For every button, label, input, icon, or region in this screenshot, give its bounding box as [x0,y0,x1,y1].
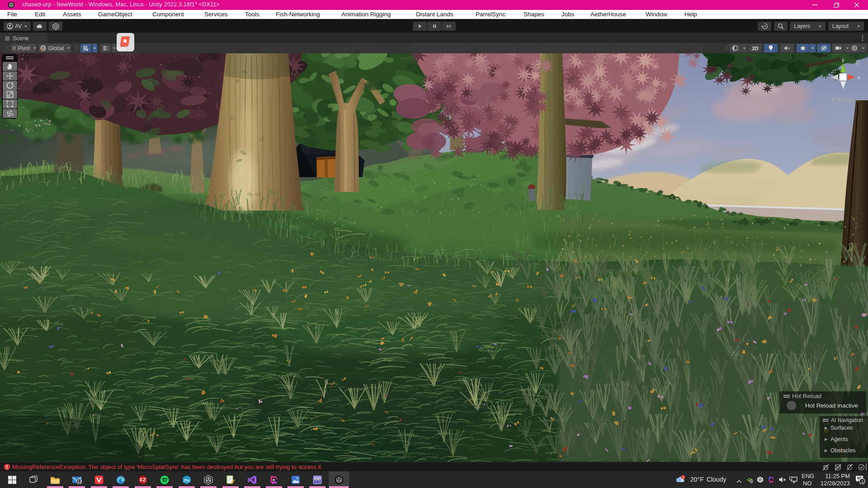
svg-text:1: 1 [683,475,685,479]
svg-text:FZ: FZ [140,477,146,483]
svg-text:Y: Y [86,48,89,52]
svg-text:13: 13 [77,479,81,483]
svg-text:Dv: Dv [184,478,189,482]
svg-text:R: R [273,478,275,482]
svg-text:1: 1 [861,479,863,484]
